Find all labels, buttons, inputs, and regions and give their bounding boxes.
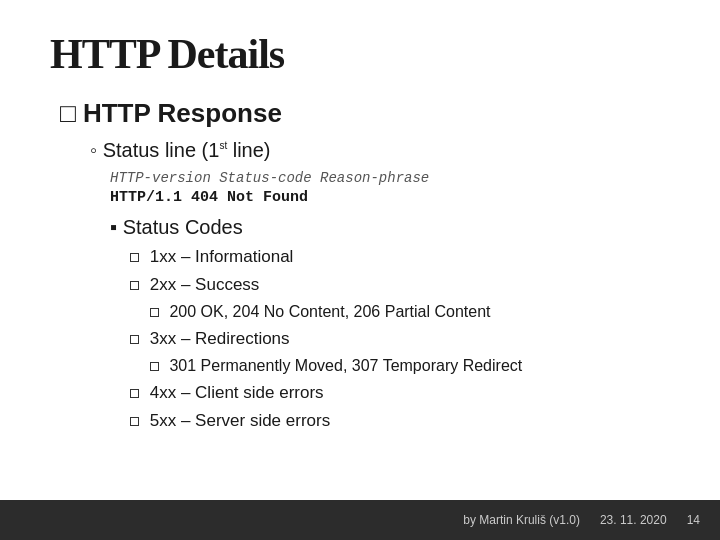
bullet-5xx	[130, 417, 139, 426]
list-item-5xx: 5xx – Server side errors	[130, 409, 670, 433]
subsection-heading: ◦ Status line (1st line)	[90, 139, 670, 162]
status-codes-heading: ▪ Status Codes	[110, 216, 670, 239]
label-4xx: 4xx – Client side errors	[150, 383, 324, 402]
label-5xx: 5xx – Server side errors	[150, 411, 330, 430]
list-item-4xx: 4xx – Client side errors	[130, 381, 670, 405]
footer-author: by Martin Kruliš (v1.0)	[463, 513, 580, 527]
bullet-2xx	[130, 281, 139, 290]
bullet-3xx	[130, 335, 139, 344]
label-3xx: 3xx – Redirections	[150, 329, 290, 348]
subsection-bullet: ◦	[90, 139, 103, 161]
list-item-1xx: 1xx – Informational	[130, 245, 670, 269]
slide: HTTP Details □ HTTP Response ◦ Status li…	[0, 0, 720, 540]
subsection-text: Status line (1st line)	[103, 139, 271, 161]
bullet-200	[150, 308, 159, 317]
footer-date: 23. 11. 2020	[600, 513, 667, 527]
list-item-3xx: 3xx – Redirections	[130, 327, 670, 351]
section-bullet: □	[60, 98, 76, 128]
label-1xx: 1xx – Informational	[150, 247, 294, 266]
code-bold: HTTP/1.1 404 Not Found	[110, 189, 670, 206]
label-301: 301 Permanently Moved, 307 Temporary Red…	[169, 357, 522, 374]
bullet-1xx	[130, 253, 139, 262]
bullet-4xx	[130, 389, 139, 398]
bullet-301	[150, 362, 159, 371]
section-heading: □ HTTP Response	[60, 98, 670, 129]
label-2xx: 2xx – Success	[150, 275, 260, 294]
section-text: HTTP Response	[83, 98, 282, 128]
footer-bar: by Martin Kruliš (v1.0) 23. 11. 2020 14	[0, 500, 720, 540]
slide-title: HTTP Details	[50, 30, 670, 78]
list-item-301: 301 Permanently Moved, 307 Temporary Red…	[150, 355, 670, 377]
code-italic: HTTP-version Status-code Reason-phrase	[110, 170, 670, 186]
label-200: 200 OK, 204 No Content, 206 Partial Cont…	[169, 303, 490, 320]
status-codes-bullet: ▪	[110, 216, 117, 238]
footer-page: 14	[687, 513, 700, 527]
status-codes-text: Status Codes	[123, 216, 243, 238]
list-item-200: 200 OK, 204 No Content, 206 Partial Cont…	[150, 301, 670, 323]
list-item-2xx: 2xx – Success	[130, 273, 670, 297]
